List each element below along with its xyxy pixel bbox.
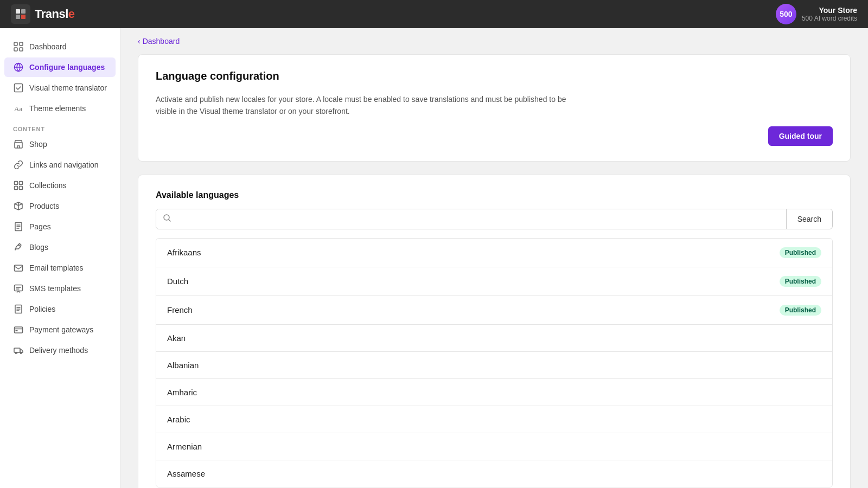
avatar: 500 bbox=[776, 4, 796, 24]
breadcrumb-chevron: ‹ bbox=[138, 37, 141, 46]
language-name: Amharic bbox=[167, 388, 197, 397]
status-badge: Published bbox=[780, 247, 821, 258]
search-row: Search bbox=[156, 209, 833, 229]
language-name: Arabic bbox=[167, 415, 190, 424]
language-row[interactable]: Albanian bbox=[156, 352, 832, 379]
guided-tour-row: Guided tour bbox=[156, 126, 833, 146]
svg-point-23 bbox=[16, 352, 17, 354]
sidebar-item-delivery-methods[interactable]: Delivery methods bbox=[4, 341, 116, 360]
svg-rect-4 bbox=[14, 42, 17, 46]
main-content: ‹ Dashboard Language configuration Activ… bbox=[120, 28, 868, 488]
sidebar-item-configure-languages[interactable]: Configure languages bbox=[4, 57, 116, 77]
svg-text:Aa: Aa bbox=[14, 105, 22, 113]
language-name: Assamese bbox=[167, 469, 205, 478]
language-row[interactable]: Akan bbox=[156, 325, 832, 352]
description-text: Activate and publish new locales for you… bbox=[156, 93, 568, 118]
sidebar-item-pages[interactable]: Pages bbox=[4, 217, 116, 236]
logo: Transle bbox=[11, 4, 75, 24]
breadcrumb[interactable]: ‹ Dashboard bbox=[120, 28, 868, 54]
language-row[interactable]: FrenchPublished bbox=[156, 296, 832, 325]
svg-rect-5 bbox=[20, 42, 23, 46]
svg-rect-9 bbox=[15, 84, 23, 92]
store-credits: 500 AI word credits bbox=[802, 15, 857, 22]
language-row[interactable]: Assamese bbox=[156, 460, 832, 487]
language-name: Afrikaans bbox=[167, 248, 201, 257]
status-badge: Published bbox=[780, 305, 821, 316]
logo-text: Transle bbox=[35, 7, 75, 21]
store-name: Your Store bbox=[802, 6, 857, 15]
search-button[interactable]: Search bbox=[786, 209, 832, 229]
svg-rect-2 bbox=[16, 15, 20, 19]
store-info: Your Store 500 AI word credits bbox=[802, 6, 857, 22]
svg-rect-0 bbox=[16, 9, 20, 14]
sidebar-item-collections[interactable]: Collections bbox=[4, 176, 116, 195]
svg-rect-20 bbox=[15, 327, 23, 333]
content-section-label: CONTENT bbox=[0, 119, 120, 134]
svg-rect-11 bbox=[15, 143, 22, 148]
svg-rect-13 bbox=[20, 182, 23, 185]
search-input[interactable] bbox=[176, 209, 780, 229]
available-languages-card: Available languages Search AfrikaansPubl… bbox=[138, 175, 851, 488]
language-row[interactable]: AfrikaansPublished bbox=[156, 239, 832, 267]
available-languages-title: Available languages bbox=[156, 190, 833, 200]
store-menu[interactable]: 500 Your Store 500 AI word credits bbox=[776, 4, 857, 24]
svg-rect-15 bbox=[20, 187, 23, 190]
language-row[interactable]: Armenian bbox=[156, 433, 832, 460]
dashboard-icon bbox=[13, 41, 24, 52]
sidebar-item-products[interactable]: Products bbox=[4, 196, 116, 216]
sms-icon bbox=[13, 283, 24, 294]
svg-rect-22 bbox=[14, 348, 20, 352]
language-config-card: Language configuration Activate and publ… bbox=[138, 54, 851, 162]
language-name: Akan bbox=[167, 333, 186, 343]
page-title: Language configuration bbox=[156, 70, 833, 82]
pages-icon bbox=[13, 221, 24, 232]
language-row[interactable]: Amharic bbox=[156, 379, 832, 406]
svg-rect-17 bbox=[15, 265, 23, 271]
products-icon bbox=[13, 201, 24, 211]
topbar: Transle 500 Your Store 500 AI word credi… bbox=[0, 0, 868, 28]
language-list: AfrikaansPublishedDutchPublishedFrenchPu… bbox=[156, 238, 833, 487]
svg-rect-3 bbox=[21, 15, 25, 19]
sidebar-item-blogs[interactable]: Blogs bbox=[4, 237, 116, 257]
sidebar-item-shop[interactable]: Shop bbox=[4, 134, 116, 154]
svg-rect-6 bbox=[14, 48, 17, 51]
language-row[interactable]: DutchPublished bbox=[156, 267, 832, 296]
language-row[interactable]: Arabic bbox=[156, 406, 832, 433]
blogs-icon bbox=[13, 242, 24, 253]
layout: Dashboard Configure languages Visual the… bbox=[0, 28, 868, 488]
language-name: Armenian bbox=[167, 442, 202, 451]
guided-tour-button[interactable]: Guided tour bbox=[768, 126, 833, 146]
theme-elements-icon: Aa bbox=[13, 103, 24, 114]
svg-rect-14 bbox=[15, 187, 18, 190]
visual-theme-icon bbox=[13, 82, 24, 93]
sidebar-item-theme-elements[interactable]: Aa Theme elements bbox=[4, 99, 116, 118]
status-badge: Published bbox=[780, 276, 821, 287]
svg-rect-18 bbox=[15, 285, 23, 291]
svg-rect-1 bbox=[21, 9, 25, 14]
sidebar-item-visual-theme-translator[interactable]: Visual theme translator bbox=[4, 78, 116, 98]
search-icon bbox=[163, 214, 171, 224]
sidebar-item-email-templates[interactable]: Email templates bbox=[4, 258, 116, 278]
email-icon bbox=[13, 262, 24, 273]
policies-icon bbox=[13, 304, 24, 314]
logo-icon bbox=[11, 4, 30, 24]
sidebar-item-payment-gateways[interactable]: Payment gateways bbox=[4, 320, 116, 339]
shop-icon bbox=[13, 139, 24, 150]
svg-rect-7 bbox=[20, 48, 23, 51]
svg-point-24 bbox=[21, 352, 22, 354]
language-name: French bbox=[167, 305, 193, 314]
sidebar-item-sms-templates[interactable]: SMS templates bbox=[4, 279, 116, 298]
links-icon bbox=[13, 159, 24, 170]
configure-languages-icon bbox=[13, 62, 24, 73]
sidebar: Dashboard Configure languages Visual the… bbox=[0, 28, 120, 488]
delivery-icon bbox=[13, 345, 24, 356]
sidebar-item-policies[interactable]: Policies bbox=[4, 299, 116, 319]
svg-rect-21 bbox=[16, 330, 18, 331]
search-input-wrap bbox=[156, 209, 786, 229]
language-name: Albanian bbox=[167, 361, 199, 370]
sidebar-item-dashboard[interactable]: Dashboard bbox=[4, 37, 116, 56]
svg-rect-12 bbox=[15, 182, 18, 185]
language-name: Dutch bbox=[167, 277, 188, 286]
sidebar-item-links-and-navigation[interactable]: Links and navigation bbox=[4, 155, 116, 175]
collections-icon bbox=[13, 180, 24, 191]
